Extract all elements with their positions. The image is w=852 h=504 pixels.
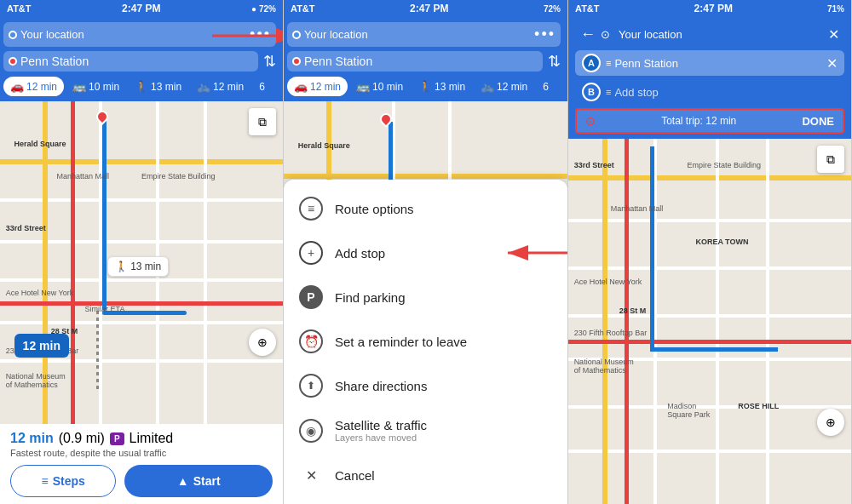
tab-more-left[interactable]: 6 bbox=[252, 77, 272, 96]
origin-dot-middle bbox=[292, 31, 301, 39]
bike-icon-left: 🚲 bbox=[197, 80, 210, 93]
reminder-label: Set a reminder to leave bbox=[335, 335, 467, 349]
stop-a-text: Penn Station bbox=[614, 57, 677, 70]
left-panel: AT&T 2:47 PM ● 72% Your location bbox=[0, 0, 284, 504]
stop-b-hamburger-icon: ≡ bbox=[606, 87, 611, 97]
bike-label-left: 12 min bbox=[213, 81, 244, 93]
walk-label-middle: 13 min bbox=[435, 81, 465, 93]
street-red-h bbox=[0, 301, 283, 306]
battery-middle: 72% bbox=[544, 4, 561, 14]
add-stop-icon: + bbox=[299, 241, 323, 265]
stop-b-row[interactable]: B ≡ Add stop bbox=[575, 79, 844, 105]
28st-r-label: 28 St M bbox=[619, 306, 647, 315]
time-left: 2:47 PM bbox=[122, 3, 160, 14]
swap-btn-left[interactable]: ⇅ bbox=[263, 52, 276, 71]
origin-row-middle[interactable]: Your location ••• bbox=[287, 22, 561, 47]
total-trip-icon: ⊙ bbox=[585, 114, 596, 128]
menu-satellite[interactable]: ◉ Satellite & traffic Layers have moved bbox=[284, 408, 567, 453]
cancel-icon: ✕ bbox=[299, 463, 323, 487]
transit-label-middle: 10 min bbox=[372, 81, 403, 93]
tab-more-middle[interactable]: 6 bbox=[536, 77, 556, 96]
tab-drive-left[interactable]: 🚗 12 min bbox=[3, 77, 64, 96]
layer-icon-right: ⧉ bbox=[826, 152, 835, 167]
more-btn-middle[interactable]: ••• bbox=[534, 26, 556, 43]
origin-text-middle[interactable]: Your location bbox=[304, 28, 531, 41]
menu-find-parking[interactable]: P Find parking bbox=[284, 275, 567, 319]
close-btn-right[interactable]: ✕ bbox=[828, 26, 839, 43]
location-btn-right[interactable]: ⊕ bbox=[817, 409, 844, 436]
transit-label-left: 10 min bbox=[89, 81, 119, 93]
origin-row-left[interactable]: Your location ••• bbox=[3, 22, 276, 47]
map-bg-left: Herald Square Manhattan Mall Empire Stat… bbox=[0, 101, 283, 424]
tab-bike-middle[interactable]: 🚲 12 min bbox=[474, 77, 534, 96]
stop-a-hamburger-icon: ≡ bbox=[606, 58, 611, 68]
satellite-icon: ◉ bbox=[299, 419, 323, 443]
layer-icon-left: ⧉ bbox=[258, 115, 267, 129]
back-btn-right[interactable]: ← bbox=[580, 26, 596, 43]
drive-icon-left: 🚗 bbox=[10, 80, 24, 93]
dest-dot-left bbox=[9, 57, 17, 66]
stop-a-row[interactable]: A ≡ Penn Station ✕ bbox=[575, 50, 844, 76]
menu-share[interactable]: ⬆ Share directions bbox=[284, 364, 567, 408]
carrier-right: AT&T bbox=[575, 3, 600, 14]
menu-route-options[interactable]: ≡ Route options bbox=[284, 186, 567, 231]
satellite-wrap: Satellite & traffic Layers have moved bbox=[335, 418, 427, 443]
menu-cancel[interactable]: ✕ Cancel bbox=[284, 453, 567, 497]
stop-b-text: Add stop bbox=[614, 86, 658, 99]
start-icon-left: ▲ bbox=[177, 474, 189, 488]
tab-bike-left[interactable]: 🚲 12 min bbox=[190, 77, 250, 96]
status-bar-right: AT&T 2:47 PM 71% bbox=[568, 0, 851, 17]
steps-icon-left: ≡ bbox=[42, 474, 49, 488]
dest-text-left[interactable]: Penn Station bbox=[20, 54, 253, 68]
dest-text-middle[interactable]: Penn Station bbox=[304, 54, 538, 68]
layer-btn-right[interactable]: ⧉ bbox=[817, 146, 844, 173]
time-badge-left: 12 min bbox=[14, 334, 69, 358]
layer-btn-left[interactable]: ⧉ bbox=[249, 108, 276, 135]
reminder-wrap: Set a reminder to leave bbox=[335, 335, 467, 349]
origin-text-right: Your location bbox=[619, 28, 823, 41]
steps-button-left[interactable]: ≡ Steps bbox=[10, 465, 116, 497]
museum-r-label: National Museumof Mathematics bbox=[574, 358, 634, 375]
done-btn[interactable]: DONE bbox=[802, 115, 834, 128]
st-r-h7 bbox=[568, 450, 851, 453]
33rd-street-label: 33rd Street bbox=[6, 224, 46, 232]
start-pin bbox=[96, 111, 108, 123]
tab-drive-middle[interactable]: 🚗 12 min bbox=[287, 77, 348, 96]
st-r-h2 bbox=[568, 219, 851, 222]
start-button-left[interactable]: ▲ Start bbox=[124, 465, 273, 497]
battery-left: ● 72% bbox=[251, 4, 276, 14]
map-right: 33rd Street Empire State Building Manhat… bbox=[568, 139, 851, 504]
drive-label-left: 12 min bbox=[26, 81, 57, 93]
middle-panel: AT&T 2:47 PM 72% Your location ••• Penn … bbox=[284, 0, 568, 504]
swap-btn-middle[interactable]: ⇅ bbox=[548, 52, 561, 71]
origin-dot-left bbox=[9, 31, 17, 39]
dest-row-left[interactable]: Penn Station bbox=[3, 51, 258, 72]
time-middle: 2:47 PM bbox=[410, 3, 448, 14]
tab-transit-middle[interactable]: 🚌 10 min bbox=[349, 77, 410, 96]
street-v4 bbox=[204, 101, 207, 424]
location-icon-left: ⊕ bbox=[257, 335, 268, 349]
header-right: ← ⊙ Your location ✕ A ≡ Penn Station ✕ B… bbox=[568, 17, 851, 139]
red-arrow-add-stop bbox=[504, 241, 567, 265]
header-left: Your location ••• Penn Station ⇅ bbox=[0, 17, 283, 77]
tab-transit-left[interactable]: 🚌 10 min bbox=[66, 77, 126, 96]
dest-dot-middle bbox=[292, 57, 301, 66]
location-dot-icon: ⊙ bbox=[601, 28, 610, 41]
bottom-bar-left: 12 min (0.9 mi) P Limited Fastest route,… bbox=[0, 424, 283, 504]
menu-add-stop[interactable]: + Add stop bbox=[284, 231, 567, 275]
tab-walk-left[interactable]: 🚶 13 min bbox=[128, 77, 188, 96]
trip-time-left: 12 min bbox=[10, 431, 54, 446]
route-r-v bbox=[650, 146, 654, 347]
cancel-label: Cancel bbox=[335, 468, 375, 483]
right-panel: AT&T 2:47 PM 71% ← ⊙ Your location ✕ A ≡… bbox=[568, 0, 852, 504]
location-btn-left[interactable]: ⊕ bbox=[249, 329, 276, 356]
more-label-left: 6 bbox=[259, 81, 265, 93]
battery-right: 71% bbox=[827, 4, 844, 14]
dest-row-middle[interactable]: Penn Station bbox=[287, 51, 543, 72]
stop-a-close-icon[interactable]: ✕ bbox=[826, 55, 838, 72]
menu-reminder[interactable]: ⏰ Set a reminder to leave bbox=[284, 319, 567, 364]
ace-hotel-label: Ace Hotel New York bbox=[6, 289, 74, 297]
menu-overlay: ≡ Route options + Add stop bbox=[284, 180, 567, 504]
origin-row-right: ← ⊙ Your location ✕ bbox=[575, 22, 844, 47]
tab-walk-middle[interactable]: 🚶 13 min bbox=[412, 77, 472, 96]
